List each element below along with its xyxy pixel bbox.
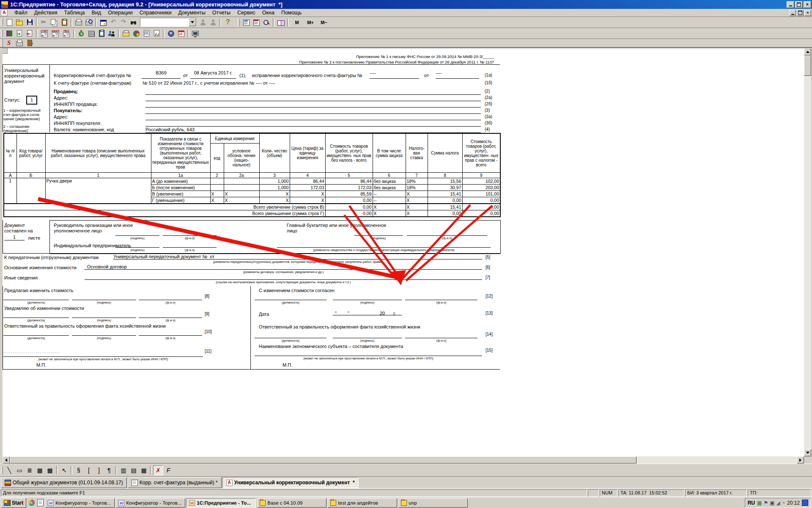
memory-m+-button[interactable]: М+ (304, 18, 317, 27)
signature-icon[interactable] (4, 39, 14, 48)
menu-сервис[interactable]: Сервис (234, 9, 259, 16)
window-tab-active[interactable]: АУниверсальный корректировочный документ… (222, 477, 359, 488)
menu-справочники[interactable]: Справочники (136, 9, 175, 16)
pattern-box-icon[interactable]: ▩ (45, 465, 55, 475)
preview-icon[interactable] (84, 18, 94, 27)
calendar-icon[interactable] (251, 18, 261, 27)
basis-field[interactable]: Основной договор (85, 264, 482, 270)
globe-icon[interactable] (131, 29, 141, 38)
taskbar-button[interactable]: test для апдейтов (328, 498, 397, 508)
entrepreneur-sign-field[interactable] (115, 242, 159, 248)
scroll-right-button[interactable] (797, 456, 804, 464)
agree-post-field[interactable] (255, 295, 326, 300)
menu-окна[interactable]: Окна (259, 9, 278, 16)
entrepreneur-fio-field[interactable] (163, 242, 217, 248)
correction-date-field[interactable]: ---- (436, 68, 479, 79)
menu-документы[interactable]: Документы (175, 9, 208, 16)
quick-search-combobox[interactable] (140, 18, 197, 27)
folder-print-icon[interactable] (121, 29, 131, 38)
propose-sign-field[interactable] (72, 295, 136, 300)
undo-icon[interactable] (108, 18, 118, 27)
inn-kpp-field[interactable] (3, 351, 203, 357)
horizontal-scrollbar[interactable] (3, 456, 804, 464)
currency-field[interactable]: Российский рубль, 643 (145, 127, 481, 133)
seller-address-field[interactable] (145, 95, 481, 101)
window-tab[interactable]: Корр. счет-фактура (выданный) * (128, 477, 222, 488)
launch-editor-icon[interactable] (36, 499, 44, 507)
date-field[interactable] (333, 310, 402, 315)
child-restore-button[interactable] (797, 10, 804, 16)
menu-таблица[interactable]: Таблица (61, 9, 88, 16)
taskbar-button[interactable]: 1С1С:Предприятие - То... (187, 498, 256, 508)
zoom-edit-icon[interactable] (261, 18, 272, 27)
child-minimize-button[interactable] (789, 10, 796, 16)
memory-m--button[interactable]: М− (317, 18, 331, 27)
buyer-address-field[interactable] (145, 114, 481, 120)
save-icon[interactable] (25, 18, 35, 27)
seller-inn-field[interactable] (145, 102, 481, 108)
table-doc-icon[interactable] (141, 29, 151, 38)
responsible-fio-field[interactable] (139, 330, 202, 336)
window-tab[interactable]: Общий журнал документов (01.01.09-14.08.… (1, 477, 127, 488)
propose-post-field[interactable] (3, 295, 69, 300)
clipboard-icon[interactable] (96, 29, 107, 38)
child-close-button[interactable]: × (804, 10, 811, 16)
formulas-icon[interactable]: F (163, 465, 173, 475)
notify-fio-field[interactable] (139, 312, 202, 318)
bracket-left-icon[interactable]: [ (84, 465, 94, 475)
book-icon[interactable] (276, 18, 286, 27)
diagonal-line-icon[interactable]: ╲ (4, 465, 14, 475)
tray-volume-icon[interactable]: ◢ (776, 500, 780, 506)
scroll-down-button[interactable] (804, 449, 811, 456)
propose-fio-field[interactable] (139, 295, 202, 300)
scroll-up-button[interactable] (804, 48, 811, 55)
minimize-button[interactable] (787, 1, 794, 8)
new-icon[interactable] (4, 18, 14, 27)
scroll-left-button[interactable] (3, 456, 10, 464)
horizontal-scroll-thumb[interactable] (10, 456, 636, 464)
column-headers-icon[interactable]: ▥ (118, 465, 129, 475)
tray-scheduler-icon[interactable]: ◔ (782, 500, 785, 506)
vertical-scrollbar[interactable] (804, 48, 811, 456)
bw-view-icon[interactable]: ✗ (153, 465, 163, 475)
user-remove-icon[interactable] (208, 18, 218, 27)
toolbar-grip[interactable] (1, 39, 3, 47)
find-icon[interactable] (129, 18, 139, 27)
taskbar-button[interactable]: Base с 04.10.09 (257, 498, 326, 508)
sheets-count-field[interactable]: 1 (4, 235, 25, 240)
text-box-icon[interactable]: ≣ (25, 465, 35, 475)
doc-in-icon[interactable] (14, 29, 25, 38)
taskbar-button[interactable]: 1СКонфигуратор - Торгов... (45, 498, 115, 508)
agree-sign-field[interactable] (333, 295, 402, 300)
correction-number-field[interactable]: ---- (370, 68, 419, 79)
cut-icon[interactable] (39, 18, 49, 27)
accountant-sign-field[interactable] (354, 230, 403, 236)
doc-out-icon[interactable] (25, 29, 35, 38)
toolbar-grip[interactable] (1, 467, 3, 474)
responsible2-fio-field[interactable] (405, 333, 477, 338)
row-headers-icon[interactable]: ▤ (129, 465, 139, 475)
help-icon[interactable] (222, 18, 233, 27)
tray-display-icon[interactable]: ▣ (770, 500, 774, 506)
ksf-number-field[interactable]: В369 (142, 68, 181, 79)
ksf-date-field[interactable]: 08 Августа 2017 г. (190, 68, 236, 79)
monitor-user-icon[interactable] (190, 29, 200, 38)
user-add-icon[interactable] (198, 18, 208, 27)
taskbar-button[interactable]: unp (398, 498, 468, 508)
app-icon[interactable] (1, 1, 8, 8)
toolbar-grip[interactable] (1, 19, 3, 26)
document-window-icon[interactable]: А (1, 9, 8, 16)
responsible-sign-field[interactable] (72, 330, 136, 336)
books-icon[interactable] (4, 29, 14, 38)
responsible2-post-field[interactable] (255, 333, 326, 338)
transfer-docs-field[interactable]: Универсальный передаточный документ № от (113, 254, 482, 260)
card-file-icon[interactable] (86, 29, 96, 38)
director-fio-field[interactable] (163, 230, 217, 236)
responsible2-sign-field[interactable] (333, 333, 402, 338)
window-key-icon[interactable] (98, 18, 108, 27)
paragraph-icon[interactable]: ¶ (104, 465, 114, 475)
print-form-icon[interactable] (14, 39, 25, 48)
buyer-inn-field[interactable] (145, 121, 481, 127)
memory-m-button[interactable]: М (290, 18, 304, 27)
pointer-icon[interactable]: ↖ (59, 465, 69, 475)
